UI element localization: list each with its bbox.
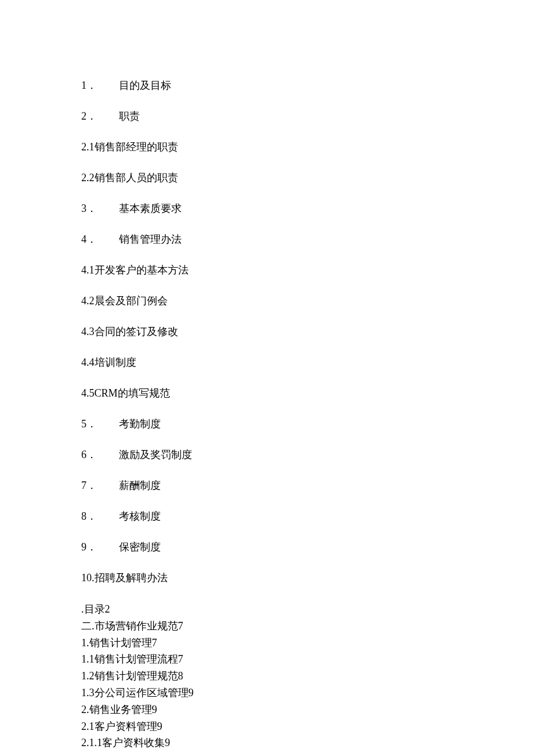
toc-number: 8． (81, 509, 119, 524)
dense-toc-item: 2.销售业务管理9 (81, 701, 534, 718)
toc-title: 基本素质要求 (119, 201, 182, 217)
toc-title: 激励及奖罚制度 (119, 447, 192, 463)
toc-title: 销售管理办法 (119, 232, 182, 247)
toc-sub-item: 10.招聘及解聘办法 (81, 570, 534, 586)
toc-item: 7．薪酬制度 (81, 478, 534, 494)
dense-toc-item: 1.3分公司运作区域管理9 (81, 685, 534, 701)
toc-title: 考勤制度 (119, 416, 161, 432)
dense-toc-item: 1.销售计划管理7 (81, 635, 534, 651)
toc-item: 8．考核制度 (81, 509, 534, 524)
toc-number: 5． (81, 416, 119, 432)
toc-sub-item: 2.1销售部经理的职责 (81, 139, 534, 155)
toc-number: 4． (81, 232, 119, 247)
dense-toc-item: 1.2销售计划管理规范8 (81, 668, 534, 685)
toc-sub-item: 2.2销售部人员的职责 (81, 170, 534, 186)
toc-item: 1．目的及目标 (81, 78, 534, 93)
toc-title: 目的及目标 (119, 78, 171, 93)
toc-number: 2． (81, 109, 119, 124)
toc-sub-item: 4.5CRM的填写规范 (81, 386, 534, 401)
dense-toc-item: 2.1.1客户资料收集9 (81, 735, 534, 751)
toc-number: 6． (81, 447, 119, 463)
toc-item: 2．职责 (81, 109, 534, 124)
toc-number: 7． (81, 478, 119, 494)
toc-sub-item: 4.2晨会及部门例会 (81, 293, 534, 309)
toc-sub-item: 4.3合同的签订及修改 (81, 324, 534, 340)
toc-title: 保密制度 (119, 539, 161, 555)
toc-item: 4．销售管理办法 (81, 232, 534, 247)
toc-title: 职责 (119, 109, 140, 124)
toc-number: 3． (81, 201, 119, 217)
toc-item: 6．激励及奖罚制度 (81, 447, 534, 463)
document-body: 1．目的及目标2．职责2.1销售部经理的职责2.2销售部人员的职责3．基本素质要… (81, 78, 534, 751)
toc-title: 薪酬制度 (119, 478, 161, 494)
dense-toc-item: 1.1销售计划管理流程7 (81, 651, 534, 668)
dense-toc-item: 二.市场营销作业规范7 (81, 618, 534, 635)
toc-sub-item: 4.4培训制度 (81, 355, 534, 370)
toc-item: 3．基本素质要求 (81, 201, 534, 217)
dense-toc-item: 2.1客户资料管理9 (81, 718, 534, 735)
dense-toc-item: .目录2 (81, 601, 534, 618)
toc-number: 9． (81, 539, 119, 555)
toc-sub-item: 4.1开发客户的基本方法 (81, 262, 534, 278)
toc-number: 1． (81, 78, 119, 93)
dense-toc-list: .目录2二.市场营销作业规范71.销售计划管理71.1销售计划管理流程71.2销… (81, 601, 534, 751)
toc-item: 5．考勤制度 (81, 416, 534, 432)
toc-item: 9．保密制度 (81, 539, 534, 555)
toc-title: 考核制度 (119, 509, 161, 524)
